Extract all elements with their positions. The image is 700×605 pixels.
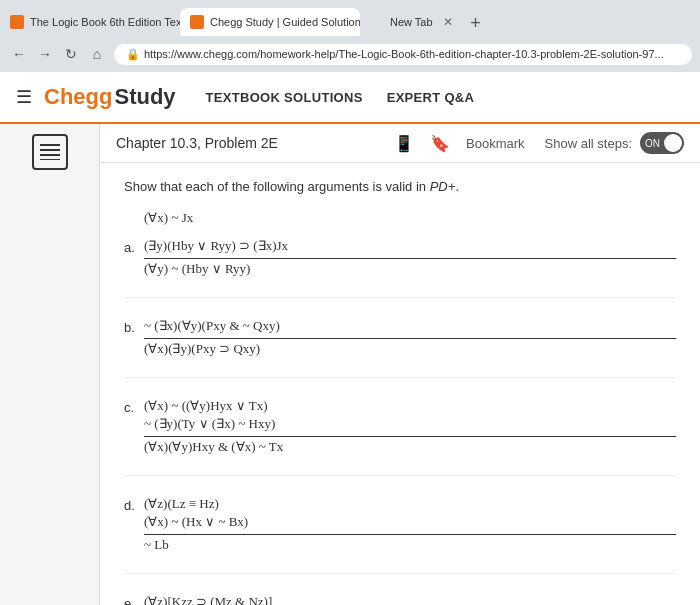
show-steps-control: Show all steps: ON	[545, 132, 684, 154]
svg-rect-1	[40, 149, 60, 151]
part-d-conclusion: ~ Lb	[144, 534, 676, 553]
url-text: https://www.chegg.com/homework-help/The-…	[144, 48, 664, 60]
part-b-label: b.	[124, 318, 144, 357]
given-formula: (∀x) ~ Jx	[144, 210, 676, 226]
lock-icon: 🔒	[126, 48, 140, 61]
problem-part-e: e. (∀z)[Kzz ⊃ (Mz & Nz)] (∃z) ~ Nz (∃x) …	[124, 594, 676, 605]
part-d-premise-1: (∀z)(Lz ≡ Hz)	[144, 496, 676, 512]
sidebar	[0, 124, 100, 605]
part-c-content: (∀x) ~ ((∀y)Hyx ∨ Tx) ~ (∃y)(Ty ∨ (∃x) ~…	[144, 398, 676, 455]
part-e-label: e.	[124, 594, 144, 605]
list-icon-svg	[40, 144, 60, 160]
part-c-premise-1: (∀x) ~ ((∀y)Hyx ∨ Tx)	[144, 398, 676, 414]
part-d-content: (∀z)(Lz ≡ Hz) (∀x) ~ (Hx ∨ ~ Bx) ~ Lb	[144, 496, 676, 553]
main-content: Chapter 10.3, Problem 2E 📱 🔖 Bookmark Sh…	[0, 124, 700, 605]
part-b-premise-1: ~ (∃x)(∀y)(Pxy & ~ Qxy)	[144, 318, 676, 334]
part-a-conclusion: (∀y) ~ (Hby ∨ Ryy)	[144, 258, 676, 277]
problem-part-d: d. (∀z)(Lz ≡ Hz) (∀x) ~ (Hx ∨ ~ Bx) ~ Lb	[124, 496, 676, 574]
main-nav: TEXTBOOK SOLUTIONS EXPERT Q&A	[206, 90, 475, 105]
home-button[interactable]: ⌂	[86, 43, 108, 65]
part-c-conclusion: (∀x)(∀y)Hxy & (∀x) ~ Tx	[144, 436, 676, 455]
problem-part-a: a. (∃y)(Hby ∨ Ryy) ⊃ (∃x)Jx (∀y) ~ (Hby …	[124, 238, 676, 298]
part-c-label: c.	[124, 398, 144, 455]
part-e-premise-1: (∀z)[Kzz ⊃ (Mz & Nz)]	[144, 594, 676, 605]
url-box[interactable]: 🔒 https://www.chegg.com/homework-help/Th…	[114, 44, 692, 65]
show-steps-label: Show all steps:	[545, 136, 632, 151]
svg-rect-3	[40, 159, 60, 160]
toggle-label: ON	[645, 138, 660, 149]
part-a-premise-1: (∃y)(Hby ∨ Ryy) ⊃ (∃x)Jx	[144, 238, 676, 254]
part-e-content: (∀z)[Kzz ⊃ (Mz & Nz)] (∃z) ~ Nz (∃x) ~ K…	[144, 594, 676, 605]
nav-buttons: ← → ↻ ⌂	[8, 43, 108, 65]
svg-rect-0	[40, 144, 60, 146]
logo-chegg-text: Chegg	[44, 84, 112, 110]
browser-chrome: The Logic Book 6th Edition Textb... ✕ Ch…	[0, 0, 700, 72]
logo-study-text: Study	[114, 84, 175, 110]
toggle-knob	[664, 134, 682, 152]
tab-2[interactable]: Chegg Study | Guided Solutions ... ✕	[180, 8, 360, 36]
part-d-premise-2: (∀x) ~ (Hx ∨ ~ Bx)	[144, 514, 676, 530]
tab-1-label: The Logic Book 6th Edition Textb...	[30, 16, 180, 28]
part-a-content: (∃y)(Hby ∨ Ryy) ⊃ (∃x)Jx (∀y) ~ (Hby ∨ R…	[144, 238, 676, 277]
problem-intro: Show that each of the following argument…	[124, 179, 676, 194]
chapter-title: Chapter 10.3, Problem 2E	[116, 135, 382, 151]
tab-3[interactable]: New Tab ✕	[360, 8, 463, 36]
bookmark-icon[interactable]: 🔖	[430, 134, 450, 153]
mobile-icon[interactable]: 📱	[394, 134, 414, 153]
problem-part-c: c. (∀x) ~ ((∀y)Hyx ∨ Tx) ~ (∃y)(Ty ∨ (∃x…	[124, 398, 676, 476]
chapter-bar: Chapter 10.3, Problem 2E 📱 🔖 Bookmark Sh…	[100, 124, 700, 163]
chapter-icons: 📱 🔖 Bookmark	[394, 134, 525, 153]
part-b-conclusion: (∀x)(∃y)(Pxy ⊃ Qxy)	[144, 338, 676, 357]
tab-3-favicon	[370, 15, 384, 29]
bookmark-label: Bookmark	[466, 136, 525, 151]
tab-2-favicon	[190, 15, 204, 29]
back-button[interactable]: ←	[8, 43, 30, 65]
refresh-button[interactable]: ↻	[60, 43, 82, 65]
hamburger-menu[interactable]: ☰	[16, 86, 32, 108]
problem-part-b: b. ~ (∃x)(∀y)(Pxy & ~ Qxy) (∀x)(∃y)(Pxy …	[124, 318, 676, 378]
tab-bar: The Logic Book 6th Edition Textb... ✕ Ch…	[0, 0, 700, 36]
show-steps-toggle[interactable]: ON	[640, 132, 684, 154]
nav-textbook-solutions[interactable]: TEXTBOOK SOLUTIONS	[206, 90, 363, 105]
part-a-label: a.	[124, 238, 144, 277]
tab-2-label: Chegg Study | Guided Solutions ...	[210, 16, 360, 28]
problem-content: Show that each of the following argument…	[100, 163, 700, 605]
given-top: (∀x) ~ Jx	[144, 210, 676, 226]
nav-expert-qa[interactable]: EXPERT Q&A	[387, 90, 475, 105]
forward-button[interactable]: →	[34, 43, 56, 65]
tab-1-favicon	[10, 15, 24, 29]
chegg-logo[interactable]: Chegg Study	[44, 84, 176, 110]
content-panel: Chapter 10.3, Problem 2E 📱 🔖 Bookmark Sh…	[100, 124, 700, 605]
tab-3-label: New Tab	[390, 16, 433, 28]
sidebar-list-icon[interactable]	[32, 134, 68, 170]
address-bar: ← → ↻ ⌂ 🔒 https://www.chegg.com/homework…	[0, 36, 700, 72]
part-d-label: d.	[124, 496, 144, 553]
app-header: ☰ Chegg Study TEXTBOOK SOLUTIONS EXPERT …	[0, 72, 700, 124]
new-tab-button[interactable]: +	[463, 10, 489, 36]
part-c-premise-2: ~ (∃y)(Ty ∨ (∃x) ~ Hxy)	[144, 416, 676, 432]
part-b-content: ~ (∃x)(∀y)(Pxy & ~ Qxy) (∀x)(∃y)(Pxy ⊃ Q…	[144, 318, 676, 357]
tab-1[interactable]: The Logic Book 6th Edition Textb... ✕	[0, 8, 180, 36]
svg-rect-2	[40, 154, 60, 156]
tab-3-close[interactable]: ✕	[443, 15, 453, 29]
